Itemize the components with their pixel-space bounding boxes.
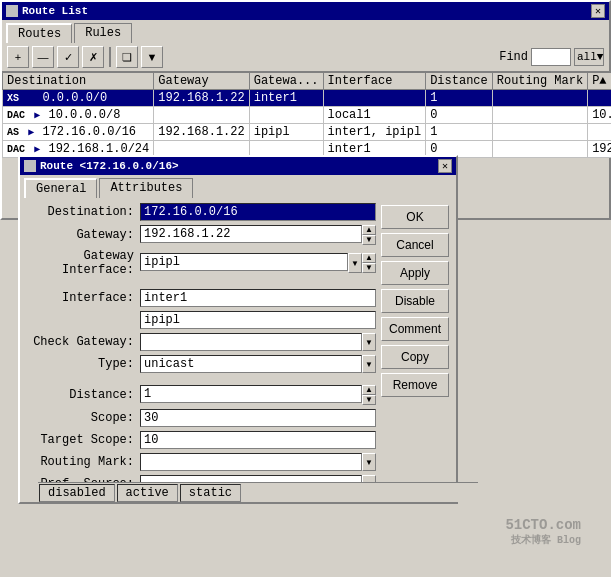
route-list-title: Route List [22, 5, 88, 17]
cell-gateway-iface: ipipl [249, 124, 323, 141]
cancel-button[interactable]: Cancel [381, 233, 449, 257]
gateway-interface-input-group: ▼ ▲ ▼ [140, 253, 376, 273]
routing-mark-row: Routing Mark: ▼ [25, 453, 376, 471]
filter-button[interactable]: ▼ [141, 46, 163, 68]
find-all-dropdown[interactable]: all ▼ [574, 48, 604, 66]
scope-input[interactable] [140, 409, 376, 427]
gateway-interface-arrows: ▲ ▼ [362, 253, 376, 273]
ok-button[interactable]: OK [381, 205, 449, 229]
find-dropdown-arrow: ▼ [597, 51, 604, 63]
distance-row: Distance: ▲ ▼ [25, 385, 376, 405]
check-button[interactable]: ✓ [57, 46, 79, 68]
gateway-arrows: ▲ ▼ [362, 225, 376, 245]
gateway-down-arrow[interactable]: ▼ [362, 235, 376, 245]
route-table: Destination Gateway Gatewa... Interface … [2, 72, 611, 158]
interface-row2 [25, 311, 376, 329]
check-gateway-dropdown-btn[interactable]: ▼ [362, 333, 376, 351]
route-dialog-titlebar: Route <172.16.0.0/16> ✕ [20, 157, 456, 175]
gateway-interface-row: Gateway Interface: ▼ ▲ ▼ [25, 249, 376, 277]
distance-input[interactable] [140, 385, 362, 403]
col-p: P▲ [588, 73, 611, 90]
check-gateway-input-group: ▼ [140, 333, 376, 351]
find-area: Find all ▼ [499, 48, 604, 66]
target-scope-input[interactable] [140, 431, 376, 449]
check-gateway-input[interactable] [140, 333, 362, 351]
comment-button[interactable]: Comment [381, 317, 449, 341]
tab-rules[interactable]: Rules [74, 23, 132, 43]
status-static: static [180, 484, 241, 502]
destination-row: Destination: [25, 203, 376, 221]
tab-general[interactable]: General [24, 178, 97, 198]
copy-toolbar-button[interactable]: ❏ [116, 46, 138, 68]
cross-button[interactable]: ✗ [82, 46, 104, 68]
play-icon: ▶ [28, 93, 34, 104]
gateway-input-group: ▲ ▼ [140, 225, 376, 245]
apply-button[interactable]: Apply [381, 261, 449, 285]
row-dest-value: 10.0.0.0/8 [48, 108, 120, 122]
route-list-close-button[interactable]: ✕ [591, 4, 605, 18]
type-dropdown-btn[interactable]: ▼ [362, 355, 376, 373]
type-row: Type: ▼ [25, 355, 376, 373]
gateway-row: Gateway: ▲ ▼ [25, 225, 376, 245]
table-row[interactable]: XS ▶ 0.0.0.0/0 192.168.1.22 inter1 1 [3, 90, 612, 107]
dialog-content: Destination: Gateway: ▲ ▼ Gateway Interf… [20, 198, 456, 502]
destination-label: Destination: [25, 205, 140, 219]
copy-button[interactable]: Copy [381, 345, 449, 369]
table-row[interactable]: DAC ▶ 10.0.0.0/8 local1 0 10.0. [3, 107, 612, 124]
route-form: Destination: Gateway: ▲ ▼ Gateway Interf… [25, 203, 376, 497]
watermark-line1: 51CTO.com [505, 517, 581, 533]
distance-up-arrow[interactable]: ▲ [362, 385, 376, 395]
watermark-line2: 技术博客 Blog [505, 533, 581, 547]
table-row[interactable]: AS ▶ 172.16.0.0/16 192.168.1.22 ipipl in… [3, 124, 612, 141]
gateway-interface-dropdown-btn[interactable]: ▼ [348, 253, 362, 273]
destination-input[interactable] [140, 203, 376, 221]
gateway-interface-label: Gateway Interface: [25, 249, 140, 277]
disable-button[interactable]: Disable [381, 289, 449, 313]
interface-input2[interactable] [140, 311, 376, 329]
interface-input[interactable] [140, 289, 376, 307]
table-header-row: Destination Gateway Gatewa... Interface … [3, 73, 612, 90]
play-icon: ▶ [34, 144, 40, 155]
route-dialog-tabs: General Attributes [20, 175, 456, 198]
route-list-toolbar: + — ✓ ✗ ❏ ▼ Find all ▼ [2, 43, 609, 72]
cell-gateway-iface [249, 107, 323, 124]
play-icon: ▶ [34, 110, 40, 121]
cell-interface: local1 [323, 107, 426, 124]
spacer1 [25, 281, 376, 289]
gateway-interface-down-arrow[interactable]: ▼ [362, 263, 376, 273]
cell-gateway: 192.168.1.22 [154, 90, 249, 107]
cell-routing-mark [492, 90, 587, 107]
cell-destination: XS ▶ 0.0.0.0/0 [3, 90, 154, 107]
add-button[interactable]: + [7, 46, 29, 68]
cell-p: 10.0. [588, 107, 611, 124]
distance-down-arrow[interactable]: ▼ [362, 395, 376, 405]
cell-p: 192. [588, 141, 611, 158]
col-gateway-iface: Gatewa... [249, 73, 323, 90]
routing-mark-dropdown-btn[interactable]: ▼ [362, 453, 376, 471]
row-prefix: DAC [7, 110, 25, 121]
remove-button[interactable]: — [32, 46, 54, 68]
spacer2 [25, 377, 376, 385]
col-gateway: Gateway [154, 73, 249, 90]
routing-mark-input[interactable] [140, 453, 362, 471]
type-input-group: ▼ [140, 355, 376, 373]
status-bar: disabled active static [38, 482, 478, 502]
remove-button[interactable]: Remove [381, 373, 449, 397]
status-active: active [117, 484, 178, 502]
gateway-interface-input[interactable] [140, 253, 348, 271]
dialog-buttons: OK Cancel Apply Disable Comment Copy Rem… [381, 203, 451, 497]
distance-arrows: ▲ ▼ [362, 385, 376, 405]
gateway-interface-up-arrow[interactable]: ▲ [362, 253, 376, 263]
tab-attributes[interactable]: Attributes [99, 178, 193, 198]
routing-mark-input-group: ▼ [140, 453, 376, 471]
cell-routing-mark [492, 141, 587, 158]
play-icon: ▶ [28, 127, 34, 138]
gateway-up-arrow[interactable]: ▲ [362, 225, 376, 235]
type-input[interactable] [140, 355, 362, 373]
find-input[interactable] [531, 48, 571, 66]
route-dialog-close-button[interactable]: ✕ [438, 159, 452, 173]
tab-routes[interactable]: Routes [6, 23, 72, 43]
gateway-input[interactable] [140, 225, 362, 243]
scope-row: Scope: [25, 409, 376, 427]
distance-input-group: ▲ ▼ [140, 385, 376, 405]
